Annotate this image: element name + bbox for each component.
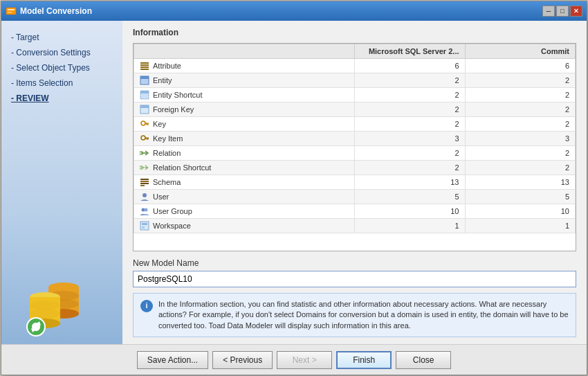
info-box: i In the Information section, you can fi… — [133, 293, 576, 337]
svg-rect-30 — [147, 138, 149, 140]
row-name: Workspace — [153, 222, 191, 230]
row-commit-value: 5 — [465, 190, 576, 204]
svg-point-11 — [30, 301, 60, 310]
information-table-container[interactable]: Microsoft SQL Server 2... Commit Attribu… — [133, 43, 576, 251]
svg-rect-15 — [140, 64, 149, 66]
previous-button[interactable]: < Previous — [212, 351, 273, 369]
maximize-button[interactable]: □ — [556, 6, 569, 17]
svg-point-40 — [145, 208, 148, 212]
new-model-section: New Model Name — [133, 258, 576, 287]
user-group-icon — [140, 206, 149, 216]
row-name-cell: Relation Shortcut — [134, 161, 355, 175]
row-name: Schema — [153, 178, 181, 186]
sidebar-item-review[interactable]: - REVIEW — [8, 92, 116, 105]
svg-point-38 — [143, 193, 147, 197]
row-mssql-value: 2 — [355, 161, 466, 175]
key-item-icon — [140, 134, 149, 143]
table-row: Key 2 2 — [134, 117, 576, 132]
entity-shortcut-icon — [140, 90, 149, 100]
sidebar-item-target[interactable]: - Target — [8, 31, 116, 44]
next-button[interactable]: Next > — [277, 351, 332, 369]
row-name: User Group — [153, 207, 192, 215]
save-action-button[interactable]: Save Action... — [137, 351, 208, 369]
row-mssql-value: 3 — [355, 132, 466, 146]
user-icon — [140, 192, 149, 202]
relation-shortcut-icon — [140, 163, 149, 172]
attribute-icon — [140, 61, 149, 71]
information-table: Microsoft SQL Server 2... Commit Attribu… — [134, 44, 576, 233]
new-model-name-label: New Model Name — [133, 258, 576, 268]
row-mssql-value: 6 — [355, 59, 466, 73]
row-commit-value: 3 — [465, 132, 576, 146]
row-name: User — [153, 193, 169, 201]
info-icon: i — [140, 300, 153, 312]
table-row: Relation 2 2 — [134, 146, 576, 161]
row-name-cell: Key — [134, 117, 355, 132]
row-name-cell: Foreign Key — [134, 102, 355, 117]
row-name-cell: Entity Shortcut — [134, 88, 355, 102]
title-controls: ─ □ ✕ — [542, 6, 582, 17]
window-icon — [6, 6, 17, 17]
foreign-key-icon — [140, 105, 149, 114]
row-commit-value: 1 — [465, 219, 576, 233]
workspace-icon — [140, 221, 149, 231]
svg-rect-37 — [140, 185, 145, 186]
row-name-cell: Schema — [134, 175, 355, 190]
svg-rect-43 — [142, 226, 145, 229]
table-row: Entity Shortcut 2 2 — [134, 88, 576, 102]
row-mssql-value: 13 — [355, 175, 466, 190]
svg-rect-42 — [142, 223, 147, 225]
row-name: Attribute — [153, 62, 181, 70]
window-title: Model Conversion — [20, 6, 92, 16]
row-commit-value: 2 — [465, 117, 576, 132]
col-header-commit: Commit — [465, 44, 576, 59]
table-row: Workspace 1 1 — [134, 219, 576, 233]
row-mssql-value: 2 — [355, 88, 466, 102]
svg-point-12 — [30, 309, 60, 319]
row-commit-value: 2 — [465, 161, 576, 175]
row-mssql-value: 2 — [355, 73, 466, 88]
row-mssql-value: 2 — [355, 146, 466, 161]
svg-rect-31 — [146, 138, 147, 140]
new-model-name-input[interactable] — [133, 271, 576, 287]
table-header-row: Microsoft SQL Server 2... Commit — [134, 44, 576, 59]
table-row: Relation Shortcut 2 2 — [134, 161, 576, 175]
finish-button[interactable]: Finish — [336, 351, 392, 369]
row-name-cell: User Group — [134, 204, 355, 219]
schema-icon — [140, 177, 149, 187]
key-icon — [140, 119, 149, 129]
sidebar-item-conversion-settings[interactable]: - Conversion Settings — [8, 46, 116, 59]
svg-rect-36 — [140, 183, 149, 184]
sidebar-item-select-object-types[interactable]: - Select Object Types — [8, 62, 116, 74]
row-mssql-value: 2 — [355, 117, 466, 132]
row-name: Relation Shortcut — [153, 163, 211, 172]
content-area: - Target - Conversion Settings - Select … — [1, 21, 587, 344]
table-row: Key Item 3 3 — [134, 132, 576, 146]
row-commit-value: 2 — [465, 102, 576, 117]
row-name: Relation — [153, 149, 181, 157]
information-label: Information — [133, 28, 576, 37]
sidebar-item-items-selection[interactable]: - Items Selection — [8, 77, 116, 89]
svg-rect-17 — [140, 69, 149, 70]
row-commit-value: 2 — [465, 146, 576, 161]
svg-rect-26 — [147, 124, 149, 125]
svg-rect-23 — [140, 105, 149, 108]
svg-rect-41 — [140, 222, 149, 230]
svg-rect-21 — [140, 91, 149, 93]
close-button[interactable]: Close — [396, 351, 451, 369]
row-name-cell: Entity — [134, 73, 355, 88]
bottom-bar: Save Action... < Previous Next > Finish … — [1, 344, 587, 375]
svg-rect-2 — [8, 12, 12, 13]
main-window: Model Conversion ─ □ ✕ - Target - Conver… — [1, 1, 587, 375]
db-illustration-svg — [12, 268, 95, 337]
row-commit-value: 2 — [465, 88, 576, 102]
minimize-button[interactable]: ─ — [542, 6, 555, 17]
table-row: Schema 13 13 — [134, 175, 576, 190]
table-row: Entity 2 2 — [134, 73, 576, 88]
svg-rect-1 — [8, 9, 15, 10]
table-row: Attribute 6 6 — [134, 59, 576, 73]
row-name: Entity Shortcut — [153, 91, 203, 99]
window-close-button[interactable]: ✕ — [570, 6, 582, 17]
title-bar-left: Model Conversion — [6, 6, 92, 17]
row-name: Foreign Key — [153, 105, 194, 114]
